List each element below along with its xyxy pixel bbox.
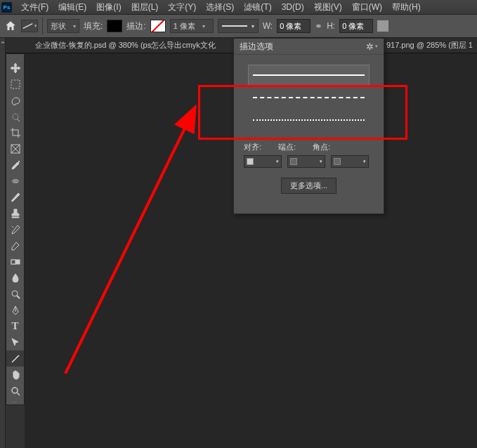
toolbox-grip[interactable]: ∙∙: [6, 54, 24, 60]
zoom-tool[interactable]: [6, 383, 24, 399]
menu-file[interactable]: 文件(F): [16, 1, 53, 13]
svg-line-3: [17, 119, 20, 121]
home-icon[interactable]: [4, 20, 17, 32]
gradient-tool[interactable]: [6, 253, 24, 270]
svg-line-15: [17, 393, 20, 395]
history-brush-tool[interactable]: [6, 221, 24, 237]
svg-line-12: [17, 296, 20, 298]
menu-type[interactable]: 文字(Y): [163, 1, 201, 13]
fill-swatch[interactable]: [107, 20, 122, 32]
ps-logo: Ps: [1, 2, 12, 13]
stroke-swatch[interactable]: [150, 20, 166, 32]
caps-label: 端点:: [278, 142, 296, 152]
blur-tool[interactable]: [6, 270, 24, 286]
width-input[interactable]: 0 像素: [277, 19, 311, 33]
align-label: 对齐:: [244, 142, 261, 152]
popup-title: 描边选项: [240, 41, 273, 53]
corners-label: 角点:: [313, 142, 330, 152]
menu-filter[interactable]: 滤镜(T): [239, 1, 276, 13]
pen-tool[interactable]: [6, 302, 24, 318]
stroke-style-list: [234, 55, 384, 138]
svg-point-11: [12, 291, 18, 296]
quick-select-tool[interactable]: [6, 108, 24, 124]
svg-point-2: [13, 114, 18, 119]
stroke-width-input[interactable]: 1 像素▾: [170, 19, 214, 33]
fill-label: 填充:: [84, 20, 103, 32]
left-gutter: ▸▸: [0, 38, 6, 448]
dodge-tool[interactable]: [6, 286, 24, 302]
stroke-style-solid[interactable]: [248, 65, 370, 86]
eraser-tool[interactable]: [6, 237, 24, 253]
shape-mode-dropdown[interactable]: 形状▾: [47, 19, 79, 33]
link-icon[interactable]: ⚭: [315, 21, 322, 32]
tool-preset-line[interactable]: ▾: [21, 20, 38, 32]
stamp-tool[interactable]: [6, 205, 24, 221]
stroke-label: 描边:: [126, 20, 145, 32]
toolbox-more[interactable]: ⋯: [6, 399, 24, 404]
height-input[interactable]: 0 像素: [339, 19, 373, 33]
align-icon[interactable]: [377, 20, 388, 32]
height-label: H:: [327, 21, 335, 31]
stroke-options-popup: 描边选项 ✲▾ 对齐: 端点: 角点: ▾ ▾ ▾ 更多选项...: [233, 38, 384, 214]
options-bar: ▾ 形状▾ 填充: 描边: 1 像素▾ ▾ W: 0 像素 ⚭ H: 0 像素: [0, 15, 477, 38]
stroke-style-dashed[interactable]: [248, 87, 370, 108]
toolbox: ∙∙ T ⋯: [6, 53, 25, 405]
gear-icon[interactable]: ✲: [366, 41, 374, 52]
svg-line-13: [12, 355, 19, 362]
brush-tool[interactable]: [6, 189, 24, 205]
svg-line-0: [23, 24, 33, 29]
shape-mode-label: 形状: [51, 21, 66, 32]
move-tool[interactable]: [6, 60, 24, 76]
menu-view[interactable]: 视图(V): [309, 1, 347, 13]
crop-tool[interactable]: [6, 124, 24, 140]
align-dropdown[interactable]: ▾: [244, 155, 282, 168]
type-tool[interactable]: T: [6, 318, 24, 334]
frame-tool[interactable]: [6, 140, 24, 157]
corner-miter-icon: [334, 158, 341, 165]
stroke-style-dropdown[interactable]: ▾: [218, 19, 259, 33]
path-select-tool[interactable]: [6, 334, 24, 350]
corners-dropdown[interactable]: ▾: [331, 155, 369, 168]
menu-layer[interactable]: 图层(L): [126, 1, 164, 13]
healing-tool[interactable]: [6, 173, 24, 189]
menu-select[interactable]: 选择(S): [201, 1, 239, 13]
caps-butt-icon: [290, 158, 297, 165]
menu-image[interactable]: 图像(I): [91, 1, 126, 13]
hand-tool[interactable]: [6, 367, 24, 383]
menu-edit[interactable]: 编辑(E): [53, 1, 91, 13]
svg-rect-10: [11, 260, 15, 264]
menu-3d[interactable]: 3D(D): [277, 2, 309, 12]
document-tab-1[interactable]: 企业微信-恢复的.psd @ 380% (ps怎么导出cmyk文化: [30, 40, 221, 51]
caps-dropdown[interactable]: ▾: [287, 155, 325, 168]
marquee-tool[interactable]: [6, 76, 24, 92]
menu-bar: Ps 文件(F) 编辑(E) 图像(I) 图层(L) 文字(Y) 选择(S) 滤…: [0, 0, 477, 15]
align-inside-icon: [247, 158, 254, 165]
menu-window[interactable]: 窗口(W): [347, 1, 387, 13]
lasso-tool[interactable]: [6, 92, 24, 108]
eyedropper-tool[interactable]: [6, 157, 24, 173]
svg-point-14: [12, 388, 18, 393]
line-tool[interactable]: [6, 350, 24, 367]
more-options-button[interactable]: 更多选项...: [281, 178, 336, 194]
width-label: W:: [263, 21, 273, 31]
svg-rect-1: [11, 80, 20, 88]
stroke-style-dotted[interactable]: [248, 110, 370, 131]
document-tab-2[interactable]: 917.png @ 285% (图层 1: [381, 40, 477, 51]
menu-help[interactable]: 帮助(H): [387, 1, 426, 13]
